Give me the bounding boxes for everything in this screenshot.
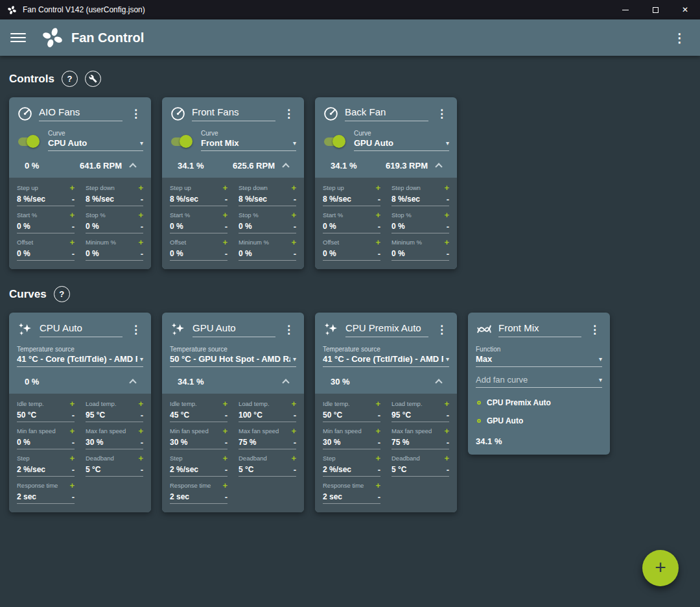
field-value[interactable]: 100 °C <box>239 411 262 420</box>
increment-button[interactable]: + <box>138 238 143 246</box>
collapse-icon[interactable] <box>435 379 442 386</box>
increment-button[interactable]: + <box>375 427 380 435</box>
decrement-button[interactable]: - <box>72 438 75 447</box>
temperature-source-select[interactable]: Temperature source 41 °C - Core (Tctl/Td… <box>323 346 449 367</box>
collapse-icon[interactable] <box>129 379 136 386</box>
field-value[interactable]: 45 °C <box>170 411 189 420</box>
field-value[interactable]: 2 %/sec <box>17 465 45 474</box>
increment-button[interactable]: + <box>444 399 449 408</box>
field-value[interactable]: 5 °C <box>239 465 253 474</box>
collapse-icon[interactable] <box>435 163 442 170</box>
curve-title[interactable]: GPU Auto <box>192 322 275 337</box>
more-options-icon[interactable]: ⋮ <box>281 107 296 121</box>
increment-button[interactable]: + <box>444 427 449 435</box>
increment-button[interactable]: + <box>69 481 75 490</box>
decrement-button[interactable]: - <box>141 411 143 420</box>
decrement-button[interactable]: - <box>141 195 143 204</box>
increment-button[interactable]: + <box>138 184 143 192</box>
more-options-icon[interactable]: ⋮ <box>434 323 449 337</box>
field-value[interactable]: 0 % <box>17 222 30 231</box>
curve-title[interactable]: Front Mix <box>498 322 581 337</box>
field-value[interactable]: 75 % <box>239 438 256 447</box>
increment-button[interactable]: + <box>69 184 75 192</box>
field-value[interactable]: 0 % <box>17 249 30 258</box>
control-title[interactable]: Front Fans <box>192 106 275 121</box>
increment-button[interactable]: + <box>375 184 380 192</box>
decrement-button[interactable]: - <box>378 411 380 420</box>
field-value[interactable]: 0 % <box>391 222 405 231</box>
field-value[interactable]: 2 sec <box>17 492 36 501</box>
increment-button[interactable]: + <box>138 454 143 462</box>
field-value[interactable]: 8 %/sec <box>17 195 45 204</box>
increment-button[interactable]: + <box>69 427 75 435</box>
decrement-button[interactable]: - <box>141 250 143 258</box>
fan-enable-toggle[interactable] <box>18 137 38 146</box>
decrement-button[interactable]: - <box>72 493 75 501</box>
field-value[interactable]: 0 % <box>239 249 252 258</box>
decrement-button[interactable]: - <box>72 250 75 258</box>
increment-button[interactable]: + <box>138 399 143 408</box>
decrement-button[interactable]: - <box>72 222 75 231</box>
decrement-button[interactable]: - <box>294 466 296 474</box>
collapse-icon[interactable] <box>282 379 289 386</box>
decrement-button[interactable]: - <box>447 195 449 204</box>
field-value[interactable]: 8 %/sec <box>323 195 351 204</box>
increment-button[interactable]: + <box>444 184 449 192</box>
decrement-button[interactable]: - <box>447 222 449 231</box>
field-value[interactable]: 8 %/sec <box>239 195 267 204</box>
decrement-button[interactable]: - <box>72 411 75 420</box>
field-value[interactable]: 2 %/sec <box>323 465 351 474</box>
decrement-button[interactable]: - <box>447 250 449 258</box>
curve-title[interactable]: CPU Auto <box>40 322 122 337</box>
field-value[interactable]: 50 °C <box>17 411 36 420</box>
field-value[interactable]: 50 °C <box>323 411 342 420</box>
field-value[interactable]: 95 °C <box>391 411 411 420</box>
decrement-button[interactable]: - <box>447 411 449 420</box>
fan-enable-toggle[interactable] <box>324 137 344 146</box>
field-value[interactable]: 0 % <box>17 438 30 447</box>
add-fan-curve-select[interactable]: Add fan curve ▾ <box>476 375 602 388</box>
increment-button[interactable]: + <box>69 399 75 408</box>
decrement-button[interactable]: - <box>72 195 75 204</box>
control-title[interactable]: AIO Fans <box>39 106 122 121</box>
more-options-icon[interactable]: ⋮ <box>587 323 602 337</box>
increment-button[interactable]: + <box>291 184 296 192</box>
increment-button[interactable]: + <box>222 454 228 462</box>
maximize-button[interactable] <box>640 0 670 19</box>
decrement-button[interactable]: - <box>141 438 143 447</box>
decrement-button[interactable]: - <box>141 466 143 474</box>
increment-button[interactable]: + <box>375 399 380 408</box>
increment-button[interactable]: + <box>375 211 380 219</box>
appbar-menu-icon[interactable]: ⋮ <box>671 30 688 45</box>
increment-button[interactable]: + <box>69 211 75 219</box>
curve-select[interactable]: Curve CPU Auto ▾ <box>48 130 143 151</box>
field-value[interactable]: 0 % <box>239 222 252 231</box>
field-value[interactable]: 0 % <box>170 222 183 231</box>
increment-button[interactable]: + <box>375 454 380 462</box>
menu-icon[interactable] <box>10 33 26 42</box>
temperature-source-select[interactable]: Temperature source 41 °C - Core (Tctl/Td… <box>17 346 143 367</box>
increment-button[interactable]: + <box>444 211 449 219</box>
decrement-button[interactable]: - <box>225 438 228 447</box>
field-value[interactable]: 5 °C <box>86 465 100 474</box>
decrement-button[interactable]: - <box>294 438 296 447</box>
field-value[interactable]: 30 % <box>323 438 340 447</box>
increment-button[interactable]: + <box>222 211 228 219</box>
field-value[interactable]: 0 % <box>86 249 99 258</box>
close-button[interactable]: ✕ <box>670 0 700 19</box>
fan-enable-toggle[interactable] <box>171 137 191 146</box>
more-options-icon[interactable]: ⋮ <box>434 107 449 121</box>
increment-button[interactable]: + <box>69 238 75 246</box>
field-value[interactable]: 30 % <box>170 438 187 447</box>
field-value[interactable]: 75 % <box>391 438 409 447</box>
increment-button[interactable]: + <box>291 454 296 462</box>
collapse-icon[interactable] <box>282 163 289 170</box>
increment-button[interactable]: + <box>375 238 380 246</box>
increment-button[interactable]: + <box>291 238 296 246</box>
increment-button[interactable]: + <box>69 454 75 462</box>
decrement-button[interactable]: - <box>294 411 296 420</box>
curve-select[interactable]: Curve Front Mix ▾ <box>201 130 296 151</box>
increment-button[interactable]: + <box>222 481 228 490</box>
more-options-icon[interactable]: ⋮ <box>128 323 143 337</box>
help-icon[interactable]: ? <box>54 286 70 302</box>
